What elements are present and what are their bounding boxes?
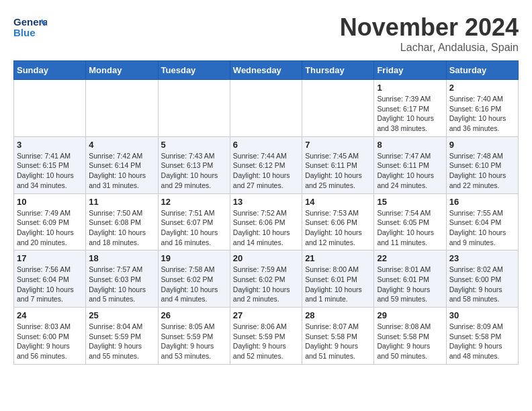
day-info: Sunrise: 8:01 AM Sunset: 6:01 PM Dayligh… [377,265,443,304]
calendar-cell: 9Sunrise: 7:48 AM Sunset: 6:10 PM Daylig… [446,136,518,193]
day-info: Sunrise: 7:42 AM Sunset: 6:14 PM Dayligh… [89,151,154,191]
calendar-cell: 11Sunrise: 7:50 AM Sunset: 6:08 PM Dayli… [86,193,158,250]
logo-svg: GeneralBlue [13,13,47,40]
day-info: Sunrise: 7:55 AM Sunset: 6:04 PM Dayligh… [449,208,515,248]
calendar-week-row: 24Sunrise: 8:03 AM Sunset: 6:00 PM Dayli… [14,308,519,365]
day-number: 20 [233,253,299,263]
day-info: Sunrise: 7:49 AM Sunset: 6:09 PM Dayligh… [17,208,83,248]
day-number: 26 [161,310,227,320]
calendar-cell [230,80,302,137]
day-number: 30 [449,310,515,320]
calendar-week-row: 10Sunrise: 7:49 AM Sunset: 6:09 PM Dayli… [14,193,519,250]
calendar-cell: 13Sunrise: 7:52 AM Sunset: 6:06 PM Dayli… [230,193,302,250]
day-info: Sunrise: 8:06 AM Sunset: 5:59 PM Dayligh… [233,322,299,361]
calendar-cell: 26Sunrise: 8:05 AM Sunset: 5:59 PM Dayli… [158,308,230,365]
calendar-cell: 1Sunrise: 7:39 AM Sunset: 6:17 PM Daylig… [374,80,446,137]
calendar-cell: 19Sunrise: 7:58 AM Sunset: 6:02 PM Dayli… [158,250,230,308]
day-number: 25 [89,310,154,320]
calendar-week-row: 1Sunrise: 7:39 AM Sunset: 6:17 PM Daylig… [14,80,519,137]
weekday-header: Friday [374,61,446,80]
calendar-cell: 14Sunrise: 7:53 AM Sunset: 6:06 PM Dayli… [302,193,374,250]
day-info: Sunrise: 7:59 AM Sunset: 6:02 PM Dayligh… [233,265,299,304]
day-number: 13 [233,197,299,207]
day-number: 17 [17,253,83,263]
day-number: 11 [89,197,154,207]
weekday-header: Tuesday [158,61,230,80]
calendar-cell: 2Sunrise: 7:40 AM Sunset: 6:16 PM Daylig… [446,80,518,137]
day-number: 6 [233,140,299,150]
day-number: 8 [377,140,443,150]
weekday-header: Thursday [302,61,374,80]
day-number: 12 [161,197,227,207]
month-title: November 2024 [340,13,519,42]
weekday-header: Saturday [446,61,518,80]
day-number: 1 [377,83,443,93]
calendar-cell: 3Sunrise: 7:41 AM Sunset: 6:15 PM Daylig… [14,136,86,193]
calendar-cell: 21Sunrise: 8:00 AM Sunset: 6:01 PM Dayli… [302,250,374,308]
calendar-cell: 15Sunrise: 7:54 AM Sunset: 6:05 PM Dayli… [374,193,446,250]
weekday-header: Wednesday [230,61,302,80]
day-info: Sunrise: 8:09 AM Sunset: 5:58 PM Dayligh… [449,322,515,361]
day-number: 2 [449,83,515,93]
calendar-cell: 24Sunrise: 8:03 AM Sunset: 6:00 PM Dayli… [14,308,86,365]
calendar-cell: 22Sunrise: 8:01 AM Sunset: 6:01 PM Dayli… [374,250,446,308]
calendar-header-row: SundayMondayTuesdayWednesdayThursdayFrid… [14,61,519,80]
svg-text:Blue: Blue [13,27,36,38]
day-number: 4 [89,140,154,150]
day-info: Sunrise: 8:00 AM Sunset: 6:01 PM Dayligh… [305,265,371,304]
day-number: 27 [233,310,299,320]
day-info: Sunrise: 7:50 AM Sunset: 6:08 PM Dayligh… [89,208,154,248]
calendar-cell: 5Sunrise: 7:43 AM Sunset: 6:13 PM Daylig… [158,136,230,193]
calendar-cell [14,80,86,137]
calendar-cell: 8Sunrise: 7:47 AM Sunset: 6:11 PM Daylig… [374,136,446,193]
day-number: 18 [89,253,154,263]
day-number: 22 [377,253,443,263]
calendar-cell [158,80,230,137]
calendar-cell: 29Sunrise: 8:08 AM Sunset: 5:58 PM Dayli… [374,308,446,365]
calendar-week-row: 3Sunrise: 7:41 AM Sunset: 6:15 PM Daylig… [14,136,519,193]
day-info: Sunrise: 7:44 AM Sunset: 6:12 PM Dayligh… [233,151,299,191]
day-number: 29 [377,310,443,320]
day-info: Sunrise: 8:08 AM Sunset: 5:58 PM Dayligh… [377,322,443,361]
day-number: 9 [449,140,515,150]
calendar-cell: 6Sunrise: 7:44 AM Sunset: 6:12 PM Daylig… [230,136,302,193]
day-number: 24 [17,310,83,320]
day-info: Sunrise: 8:07 AM Sunset: 5:58 PM Dayligh… [305,322,371,361]
day-info: Sunrise: 8:04 AM Sunset: 5:59 PM Dayligh… [89,322,154,361]
calendar-table: SundayMondayTuesdayWednesdayThursdayFrid… [13,60,519,365]
day-number: 23 [449,253,515,263]
calendar-cell: 20Sunrise: 7:59 AM Sunset: 6:02 PM Dayli… [230,250,302,308]
day-number: 15 [377,197,443,207]
weekday-header: Sunday [14,61,86,80]
day-number: 3 [17,140,83,150]
location-subtitle: Lachar, Andalusia, Spain [340,42,519,54]
calendar-week-row: 17Sunrise: 7:56 AM Sunset: 6:04 PM Dayli… [14,250,519,308]
day-info: Sunrise: 7:41 AM Sunset: 6:15 PM Dayligh… [17,151,83,191]
weekday-header: Monday [86,61,158,80]
day-number: 19 [161,253,227,263]
day-info: Sunrise: 7:45 AM Sunset: 6:11 PM Dayligh… [305,151,371,191]
day-number: 5 [161,140,227,150]
calendar-cell: 16Sunrise: 7:55 AM Sunset: 6:04 PM Dayli… [446,193,518,250]
day-number: 14 [305,197,371,207]
day-info: Sunrise: 7:39 AM Sunset: 6:17 PM Dayligh… [377,94,443,134]
day-info: Sunrise: 7:57 AM Sunset: 6:03 PM Dayligh… [89,265,154,304]
calendar-cell [86,80,158,137]
day-info: Sunrise: 8:05 AM Sunset: 5:59 PM Dayligh… [161,322,227,361]
calendar-cell: 7Sunrise: 7:45 AM Sunset: 6:11 PM Daylig… [302,136,374,193]
calendar-cell: 23Sunrise: 8:02 AM Sunset: 6:00 PM Dayli… [446,250,518,308]
day-info: Sunrise: 7:58 AM Sunset: 6:02 PM Dayligh… [161,265,227,304]
calendar-cell: 30Sunrise: 8:09 AM Sunset: 5:58 PM Dayli… [446,308,518,365]
logo: GeneralBlue [13,13,47,40]
calendar-cell: 17Sunrise: 7:56 AM Sunset: 6:04 PM Dayli… [14,250,86,308]
day-number: 28 [305,310,371,320]
day-number: 10 [17,197,83,207]
calendar-cell: 4Sunrise: 7:42 AM Sunset: 6:14 PM Daylig… [86,136,158,193]
calendar-cell [302,80,374,137]
day-number: 16 [449,197,515,207]
day-info: Sunrise: 7:54 AM Sunset: 6:05 PM Dayligh… [377,208,443,248]
title-area: November 2024 Lachar, Andalusia, Spain [340,13,519,54]
day-info: Sunrise: 7:47 AM Sunset: 6:11 PM Dayligh… [377,151,443,191]
calendar-cell: 27Sunrise: 8:06 AM Sunset: 5:59 PM Dayli… [230,308,302,365]
day-info: Sunrise: 7:40 AM Sunset: 6:16 PM Dayligh… [449,94,515,134]
